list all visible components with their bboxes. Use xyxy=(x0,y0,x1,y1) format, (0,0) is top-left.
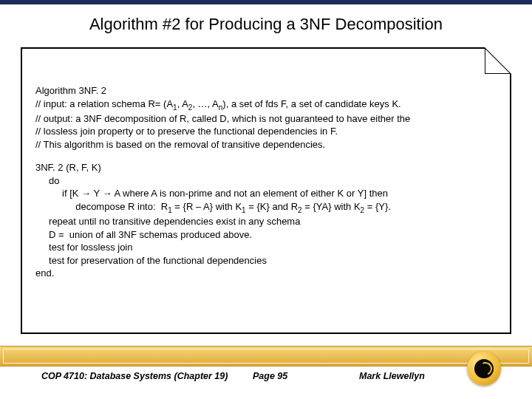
logo-inner-icon xyxy=(474,359,494,378)
slide-title: Algorithm #2 for Producing a 3NF Decompo… xyxy=(0,4,532,41)
algo-line: // This algorithm is based on the remova… xyxy=(35,138,497,151)
body-line: repeat until no transitive dependencies … xyxy=(35,215,497,228)
algo-line: // lossless join property or to preserve… xyxy=(35,125,497,138)
body-line: if [K → Y → A where A is non-prime and n… xyxy=(35,187,497,200)
content-inner: Algorithm 3NF. 2 // input: a relation sc… xyxy=(22,49,510,289)
body-line: 3NF. 2 (R, F, K) xyxy=(35,161,497,174)
gold-band xyxy=(0,346,532,366)
body-line: do xyxy=(35,174,497,188)
dog-ear-icon xyxy=(485,47,511,74)
university-logo xyxy=(467,352,501,386)
footer-course: COP 4710: Database Systems (Chapter 19) xyxy=(41,371,228,381)
footer: COP 4710: Database Systems (Chapter 19) … xyxy=(0,346,532,399)
algo-body-block: 3NF. 2 (R, F, K) do if [K → Y → A where … xyxy=(35,161,497,279)
body-line: D = union of all 3NF schemas produced ab… xyxy=(35,228,497,242)
algo-line: // output: a 3NF decomposition of R, cal… xyxy=(35,112,497,126)
gold-band-inner xyxy=(3,349,529,364)
body-line: test for lossless join xyxy=(35,241,497,254)
footer-author: Mark Llewellyn xyxy=(359,371,425,381)
footer-page: Page 95 xyxy=(253,371,287,381)
body-line: decompose R into: R1 = {R – A} with K1 =… xyxy=(35,200,497,215)
algo-line: // input: a relation schema R= (A1, A2, … xyxy=(35,98,497,112)
body-line: test for preservation of the functional … xyxy=(35,254,497,267)
algo-line: Algorithm 3NF. 2 xyxy=(35,84,497,98)
body-line: end. xyxy=(35,267,497,280)
algo-header-block: Algorithm 3NF. 2 // input: a relation sc… xyxy=(35,84,497,151)
footer-strip: COP 4710: Database Systems (Chapter 19) … xyxy=(0,366,532,399)
content-box: Algorithm 3NF. 2 // input: a relation sc… xyxy=(21,47,511,334)
